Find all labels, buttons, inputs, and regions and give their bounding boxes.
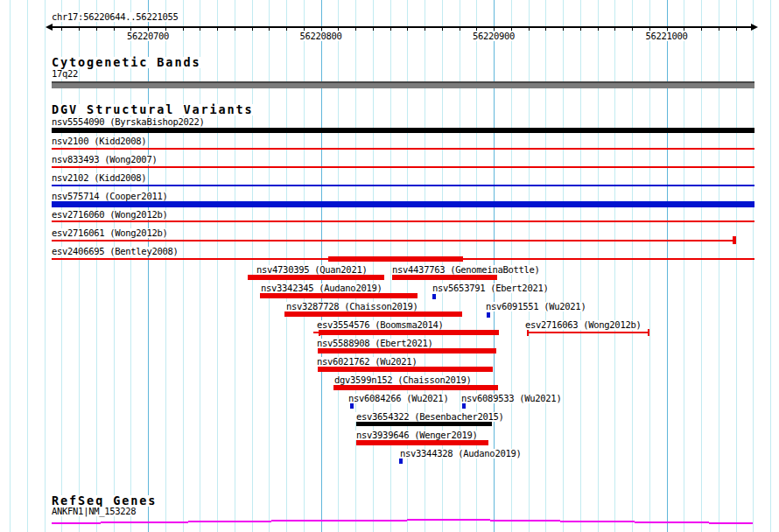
ruler-left-arrow-icon [46, 24, 53, 31]
variant-point-marker[interactable] [648, 329, 649, 336]
gridline [736, 0, 737, 532]
variant-label[interactable]: esv2716063 (Wong2012b) [524, 320, 642, 330]
gridline [96, 0, 97, 532]
variant-point-marker[interactable] [733, 236, 736, 244]
gene-line-segment [271, 520, 407, 522]
variant-line[interactable] [52, 185, 754, 186]
gridline [252, 0, 253, 532]
axis-tick [61, 27, 62, 31]
axis-tick [563, 27, 564, 31]
variant-line[interactable] [52, 166, 754, 168]
variant-label[interactable]: esv2716060 (Wong2012b) [51, 210, 168, 220]
gridline [649, 0, 650, 532]
variant-label[interactable]: nsv3344328 (Audano2019) [399, 449, 523, 458]
variant-line[interactable] [52, 240, 733, 242]
axis-tick [269, 27, 270, 31]
variant-label[interactable]: nsv3939646 (Wenger2019) [355, 430, 479, 440]
variant-label[interactable]: nsv5588908 (Ebert2021) [316, 339, 433, 348]
gridline [79, 0, 80, 532]
variant-point-marker[interactable] [399, 458, 403, 464]
variant-bar[interactable] [52, 128, 754, 133]
variant-point-marker[interactable] [462, 403, 466, 409]
gridline [701, 0, 702, 532]
gridline [183, 0, 184, 532]
axis-tick [96, 27, 97, 31]
gene-line-segment [52, 522, 101, 524]
axis-tick [217, 27, 218, 31]
axis-tick [390, 27, 391, 31]
axis-tick [736, 27, 737, 31]
gene-line-segment [188, 521, 271, 522]
variant-label[interactable]: nsv833493 (Wong2007) [51, 155, 158, 164]
gridline [114, 0, 115, 532]
axis-tick [355, 27, 356, 31]
gene-line-segment [101, 522, 188, 523]
cytogenetic-heading: Cytogenetic Bands [51, 57, 201, 68]
variant-label[interactable]: nsv3342345 (Audano2019) [260, 284, 383, 293]
variant-bar[interactable] [318, 367, 493, 372]
variant-label[interactable]: nsv575714 (Cooper2011) [51, 192, 168, 201]
gridline [614, 0, 615, 532]
axis-tick [545, 27, 546, 31]
gridline [130, 0, 131, 532]
variant-line[interactable] [52, 148, 754, 150]
variant-bar[interactable] [284, 312, 462, 317]
gridline [27, 0, 28, 532]
variant-label[interactable]: dgv3599n152 (Chaisson2019) [333, 375, 473, 385]
genome-browser-view: chr17:56220644..56221055 562207005622080… [0, 0, 779, 532]
gridline [667, 0, 668, 532]
variant-bar[interactable] [260, 293, 418, 298]
variant-bar[interactable] [248, 275, 384, 280]
variant-label[interactable]: nsv2102 (Kidd2008) [51, 173, 147, 183]
variant-label[interactable]: nsv2100 (Kidd2008) [51, 136, 147, 146]
gridline [217, 0, 218, 532]
variant-label[interactable]: nsv5653791 (Ebert2021) [432, 284, 549, 293]
axis-tick-label: 56220800 [298, 32, 342, 41]
axis-tick [114, 27, 115, 31]
gene-line-segment [407, 519, 490, 521]
gridline [200, 0, 200, 532]
axis-tick [425, 27, 425, 31]
variant-bar[interactable] [333, 385, 498, 390]
axis-tick [286, 27, 287, 31]
axis-tick [614, 27, 615, 31]
variant-bar[interactable] [392, 275, 497, 280]
gene-line-segment [709, 522, 753, 524]
variant-label[interactable]: nsv6089533 (Wu2021) [460, 394, 562, 403]
axis-tick [252, 27, 253, 31]
variant-label[interactable]: nsv4437763 (GenomeinaBottle) [391, 265, 541, 275]
variant-label[interactable]: nsv3287728 (Chaisson2019) [285, 302, 419, 312]
variant-bar[interactable] [356, 422, 492, 426]
variant-label[interactable]: nsv6091551 (Wu2021) [485, 302, 586, 312]
variant-label[interactable]: nsv6084266 (Wu2021) [347, 394, 449, 403]
gridline [148, 0, 149, 532]
variant-label[interactable]: nsv5554090 (ByrskaBishop2022) [51, 117, 206, 127]
region-title: chr17:56220644..56221055 [51, 12, 179, 22]
variant-point-marker[interactable] [432, 294, 436, 299]
axis-tick [442, 27, 443, 31]
variant-bar[interactable] [356, 440, 488, 445]
variant-point-marker[interactable] [350, 403, 354, 409]
variant-line[interactable] [52, 220, 754, 222]
variant-label[interactable]: esv2406695 (Bentley2008) [51, 247, 179, 256]
variant-label[interactable]: nsv6021762 (Wu2021) [316, 357, 418, 367]
axis-tick [183, 27, 184, 31]
variant-label[interactable]: esv3654322 (Besenbacher2015) [355, 412, 505, 422]
variant-label[interactable]: esv2716061 (Wong2012b) [51, 228, 168, 238]
variant-bar[interactable] [52, 201, 754, 207]
gridline [580, 0, 581, 532]
gene-line-segment [560, 521, 635, 522]
variant-point-marker[interactable] [487, 312, 490, 318]
gene-label[interactable]: ANKFN1|NM_153228 [51, 507, 137, 516]
variant-line[interactable] [527, 332, 649, 333]
variant-label[interactable]: nsv4730395 (Quan2021) [256, 265, 368, 275]
variant-bar[interactable] [328, 256, 463, 262]
variant-bar[interactable] [318, 348, 496, 354]
axis-tick [529, 27, 530, 31]
gridline [632, 0, 633, 532]
gridline [753, 0, 754, 532]
gridline [45, 0, 46, 532]
variant-bar[interactable] [319, 330, 499, 335]
variant-label[interactable]: esv3554576 (Boomsma2014) [316, 320, 445, 330]
axis-tick [580, 27, 581, 31]
